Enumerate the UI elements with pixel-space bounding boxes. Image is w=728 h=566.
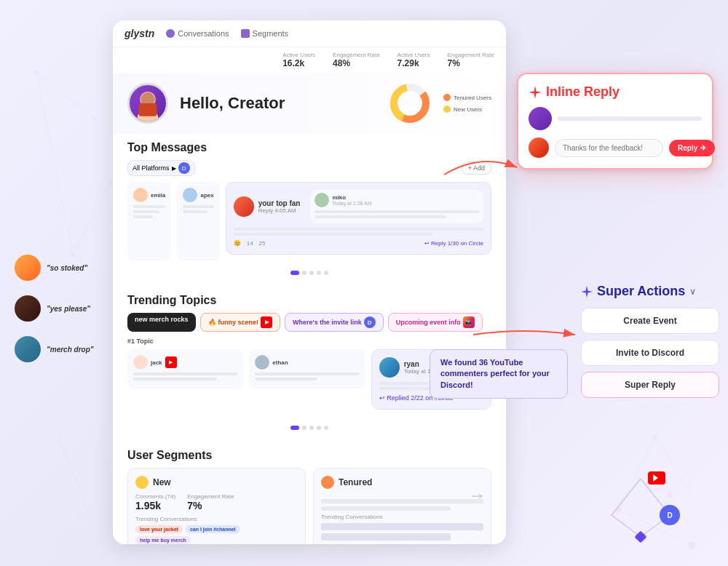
pagination-dot-2[interactable]	[302, 271, 306, 275]
msg-line-5	[183, 210, 207, 213]
message-card-3: miko Today at 1:28 AM	[310, 190, 483, 223]
tenured-trending-label: Trending Conversations	[321, 514, 483, 520]
svg-rect-35	[635, 531, 647, 543]
inline-reply-popup: Inline Reply Reply ✈	[517, 73, 713, 170]
topic-chip-1[interactable]: new merch rocks	[127, 313, 196, 332]
super-reply-button[interactable]: Super Reply	[581, 372, 719, 398]
reply-profile-line	[558, 116, 702, 121]
notification-text: We found 36 YouTube commenters perfect f…	[440, 358, 550, 389]
svg-rect-20	[139, 103, 157, 116]
pagination-dot-4[interactable]	[317, 271, 321, 275]
sidebar-avatar-1	[15, 255, 41, 281]
reply-send-button[interactable]: Reply ✈	[669, 140, 715, 156]
topic-label-2: funny scene!	[218, 319, 259, 326]
tenured-segment-card: Tenured Trending Conversations Audience …	[313, 468, 491, 544]
convo-chip-1[interactable]: love your jacket	[135, 525, 183, 533]
dashboard-card: glystn Conversations Segments Active Use…	[113, 20, 506, 544]
creator-avatar	[127, 83, 168, 124]
nav-conversations-label: Conversations	[178, 29, 229, 38]
topic-label-4: Upcoming event info	[396, 319, 461, 326]
platform-filter[interactable]: All Platforms ▶ D	[127, 160, 195, 176]
sidebar-user-2: "yes please"	[15, 295, 94, 322]
top-messages-section: Top Messages All Platforms ▶ D + Add emi…	[113, 134, 506, 287]
trending-avatar-1	[133, 355, 148, 370]
like-icon: 😊	[234, 240, 241, 247]
msg-name-2: apex	[200, 192, 213, 199]
new-segment-icon	[135, 476, 149, 489]
topic-label-3: Where's the invite link	[293, 319, 362, 326]
svg-point-13	[653, 434, 657, 439]
tenured-active-stat: Active Users 16.2k	[282, 52, 315, 68]
youtube-badge-2: ▶	[261, 316, 272, 328]
msg-line-2	[133, 210, 159, 213]
topic-chip-3[interactable]: Where's the invite link D	[285, 313, 384, 332]
new-active-stat: Active Users 7.29k	[397, 52, 430, 68]
sidebar-quote-2: "yes please"	[47, 305, 90, 313]
svg-line-3	[36, 73, 73, 255]
topic-chip-4[interactable]: Upcoming event info 📷	[388, 313, 483, 332]
featured-avatar	[234, 196, 254, 217]
replies-count: 25	[259, 240, 266, 247]
new-legend-label: New Users	[454, 106, 482, 113]
conversations-icon	[166, 29, 175, 38]
reply-icon: ↩	[424, 240, 430, 247]
trending-dot-2[interactable]	[302, 426, 306, 430]
msg-name-3: miko	[332, 194, 371, 201]
featured-line-1	[234, 228, 483, 231]
platform-label: All Platforms	[132, 164, 170, 172]
trending-dot-4[interactable]	[317, 426, 321, 430]
reply-input-row[interactable]: Reply ✈	[529, 137, 702, 158]
tenured-legend-dot	[443, 94, 451, 101]
svg-line-7	[58, 437, 87, 509]
new-active-value: 7.29k	[397, 58, 430, 68]
svg-line-8	[58, 509, 87, 546]
super-actions-label: Super Actions	[597, 284, 685, 299]
reply-user-avatar	[529, 137, 549, 158]
reply-input-field[interactable]	[555, 139, 663, 157]
chart-legend: Tenured Users New Users	[443, 94, 491, 113]
msg-line-4	[183, 205, 213, 208]
notification-bubble: We found 36 YouTube commenters perfect f…	[430, 349, 568, 399]
pagination-dot-1[interactable]	[290, 271, 299, 275]
reply-profile-avatar	[529, 107, 552, 130]
trending-pagination[interactable]	[127, 421, 491, 434]
reply-link[interactable]: ↩ Reply 1/30 on Circle	[424, 240, 483, 247]
nav-conversations[interactable]: Conversations	[166, 29, 229, 38]
top-messages-title: Top Messages	[127, 141, 491, 154]
new-engagement-stat: Engagement Rate 7%	[448, 52, 495, 68]
new-engagement-value: 7%	[448, 58, 495, 68]
trending-title: Trending Topics	[127, 294, 491, 307]
message-card-1: emila	[127, 182, 171, 260]
super-actions-panel: Super Actions ∨ Create Event Invite to D…	[581, 284, 719, 404]
reply-link-text: Reply 1/30 on Circle	[431, 240, 483, 247]
invite-discord-button[interactable]: Invite to Discord	[581, 340, 719, 366]
add-button[interactable]: + Add	[462, 162, 491, 175]
segments-grid: New Comments (74) 1.95k Engagement Rate …	[127, 468, 491, 544]
trending-dot-5[interactable]	[324, 426, 328, 430]
new-engagement-label: Engagement Rate	[448, 52, 495, 58]
super-actions-chevron: ∨	[689, 287, 696, 297]
nav-segments[interactable]: Segments	[241, 29, 289, 38]
new-trending-label: Trending Conversations	[135, 516, 298, 522]
reply-profile-row	[529, 107, 702, 130]
sidebar-quote-1: "so stoked"	[47, 264, 87, 272]
topic-chip-2[interactable]: 🔥 funny scene! ▶	[200, 313, 281, 332]
trending-avatar-3	[379, 357, 400, 378]
pagination-dot-5[interactable]	[324, 271, 328, 275]
msg-avatar-2	[183, 188, 197, 202]
sidebar-avatar-3	[15, 336, 41, 362]
send-icon: ✈	[700, 144, 706, 152]
msg-time-3: Today at 1:28 AM	[332, 201, 371, 206]
fire-icon: 🔥	[208, 319, 216, 326]
convo-chip-2[interactable]: can I join #channel	[186, 525, 240, 533]
trending-dot-3[interactable]	[309, 426, 314, 430]
pagination-dot-3[interactable]	[309, 271, 314, 275]
sidebar-avatar-2	[15, 295, 41, 322]
trending-dot-1[interactable]	[290, 426, 299, 430]
messages-tab-bar[interactable]: All Platforms ▶ D + Add	[127, 160, 491, 176]
convo-chip-3[interactable]: help me buy merch	[135, 536, 191, 544]
create-event-button[interactable]: Create Event	[581, 308, 719, 334]
messages-pagination[interactable]	[127, 266, 491, 279]
network-nodes-bottom: D	[568, 457, 713, 551]
new-comments-value: 1.95k	[135, 500, 175, 511]
